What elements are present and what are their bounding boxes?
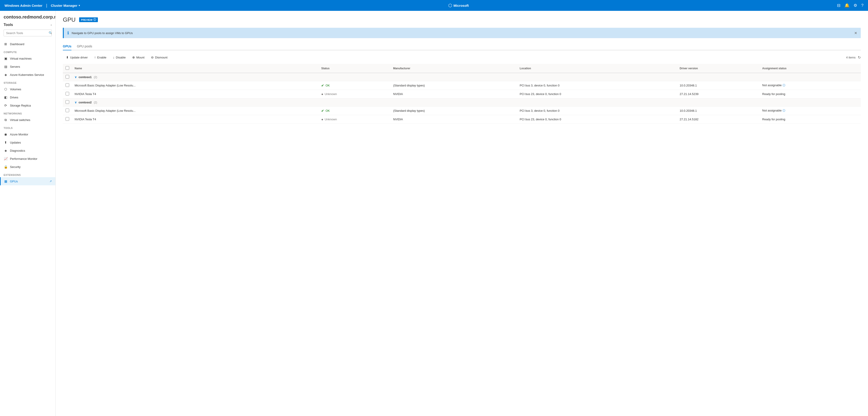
update-driver-label: Update driver xyxy=(70,56,88,59)
enable-icon: ↑ xyxy=(94,56,96,59)
main-layout: contoso.redmond.corp.microsoft.com Tools… xyxy=(0,11,868,416)
row-assignment-status-cell: Ready for pooling xyxy=(760,90,861,98)
location-text: PCI bus 23, device 0, function 0 xyxy=(520,117,561,121)
virtual-switches-icon: ⧉ xyxy=(4,118,8,122)
select-all-checkbox[interactable] xyxy=(66,66,69,70)
assignment-status-text: Not assignable xyxy=(762,109,782,112)
table-header-row: Name Status Manufacturer Location Driver… xyxy=(63,64,861,73)
collapse-sidebar-btn[interactable]: ‹ xyxy=(51,23,52,27)
search-button[interactable]: 🔍 xyxy=(46,30,52,36)
cluster-manager-label: Cluster Manager xyxy=(51,4,78,7)
dismount-button[interactable]: ⊖ Dismount xyxy=(148,54,171,61)
assignment-info-icon[interactable]: ⓘ xyxy=(782,109,785,112)
row-checkbox[interactable] xyxy=(66,83,69,87)
manufacturer-text: (Standard display types) xyxy=(393,84,425,87)
virtual-machines-icon: ▣ xyxy=(4,57,8,61)
name-column-header: Name xyxy=(72,64,318,73)
group-toggle[interactable]: ∨ xyxy=(74,75,77,79)
row-status-cell: ●Unknown xyxy=(318,90,391,98)
search-input[interactable] xyxy=(4,30,46,36)
status-unknown: ●Unknown xyxy=(321,92,388,96)
tab-gpus[interactable]: GPUs xyxy=(63,43,71,50)
driver-version-text: 10.0.20348.1 xyxy=(680,84,697,87)
group-checkbox[interactable] xyxy=(66,75,69,78)
sidebar-item-updates[interactable]: ⬆ Updates xyxy=(0,138,55,146)
table-row[interactable]: Microsoft Basic Display Adapter (Low Res… xyxy=(63,107,861,115)
table-row[interactable]: NVIDIA Tesla T4 ●Unknown NVIDIA PCI bus … xyxy=(63,115,861,124)
row-assignment-status-cell: Ready for pooling xyxy=(760,115,861,124)
group-name-label: contoso1 xyxy=(79,75,92,79)
location-column-header: Location xyxy=(517,64,677,73)
tools-header: Tools ‹ xyxy=(4,23,52,27)
tab-gpu-pools[interactable]: GPU pools xyxy=(77,43,92,50)
sidebar-item-diagnostics[interactable]: ◈ Diagnostics xyxy=(0,146,55,154)
sidebar-item-virtual-machines[interactable]: ▣ Virtual machines xyxy=(0,55,55,63)
row-checkbox[interactable] xyxy=(66,109,69,112)
group-check-cell xyxy=(63,98,72,107)
row-name: Microsoft Basic Display Adapter (Low Res… xyxy=(74,109,135,112)
extensions-section-label: Extensions xyxy=(0,171,55,177)
row-manufacturer-cell: NVIDIA xyxy=(391,115,517,124)
row-manufacturer-cell: (Standard display types) xyxy=(391,81,517,90)
sidebar-item-drives[interactable]: ◧ Drives xyxy=(0,93,55,101)
mount-label: Mount xyxy=(136,56,145,59)
help-icon[interactable]: ? xyxy=(861,3,864,8)
row-location-cell: PCI bus 23, device 0, function 0 xyxy=(517,115,677,124)
group-checkbox[interactable] xyxy=(66,100,69,104)
sidebar-item-dashboard[interactable]: ⊞ Dashboard xyxy=(0,40,55,48)
minimize-icon[interactable]: ⊟ xyxy=(837,3,840,8)
disable-icon: ↓ xyxy=(113,56,115,59)
items-count-label: 4 items xyxy=(846,56,856,59)
assignment-info-icon[interactable]: ⓘ xyxy=(782,84,785,87)
table-group-row: ∨ contoso2 (2) xyxy=(63,98,861,107)
mount-button[interactable]: ⊕ Mount xyxy=(129,54,148,61)
disable-label: Disable xyxy=(116,56,126,59)
cluster-manager-btn[interactable]: Cluster Manager ▾ xyxy=(51,4,80,7)
security-icon: 🔒 xyxy=(4,165,8,169)
settings-icon[interactable]: ⚙ xyxy=(854,3,857,8)
disable-button[interactable]: ↓ Disable xyxy=(110,54,129,61)
sidebar-item-servers[interactable]: ▤ Servers xyxy=(0,63,55,71)
row-checkbox[interactable] xyxy=(66,92,69,96)
sidebar-item-performance-monitor[interactable]: 📈 Performance Monitor xyxy=(0,154,55,163)
sidebar-item-gpus[interactable]: ▦ GPUs ↗ xyxy=(0,177,55,185)
row-assignment-status-cell: Not assignableⓘ xyxy=(760,81,861,90)
top-bar-separator: | xyxy=(46,3,47,8)
status-text: Unknown xyxy=(324,92,337,96)
sidebar-item-azure-kubernetes[interactable]: ◈ Azure Kubernetes Service xyxy=(0,71,55,79)
row-check-cell xyxy=(63,115,72,124)
row-name: Microsoft Basic Display Adapter (Low Res… xyxy=(74,84,135,87)
sidebar-item-label: Azure Kubernetes Service xyxy=(10,73,52,76)
search-box: 🔍 xyxy=(4,30,52,36)
row-manufacturer-cell: (Standard display types) xyxy=(391,107,517,115)
updates-icon: ⬆ xyxy=(4,140,8,144)
row-driver-version-cell: 27.21.14.5182 xyxy=(677,115,760,124)
sidebar-item-azure-monitor[interactable]: ◉ Azure Monitor xyxy=(0,130,55,138)
group-count: (2) xyxy=(94,101,97,104)
chevron-down-icon: ▾ xyxy=(79,4,80,7)
sidebar-item-virtual-switches[interactable]: ⧉ Virtual switches xyxy=(0,116,55,124)
enable-label: Enable xyxy=(97,56,106,59)
row-status-cell: ✔OK xyxy=(318,81,391,90)
status-text: OK xyxy=(326,109,330,112)
group-count: (2) xyxy=(94,76,97,79)
sidebar-item-storage-replica[interactable]: ⟳ Storage Replica xyxy=(0,101,55,109)
group-name-cell: ∨ contoso2 (2) xyxy=(72,98,861,107)
assignment-status-text: Ready for pooling xyxy=(762,117,785,121)
sidebar-item-label: Performance Monitor xyxy=(10,157,52,161)
table-row[interactable]: Microsoft Basic Display Adapter (Low Res… xyxy=(63,81,861,90)
sidebar-item-volumes[interactable]: ⬡ Volumes xyxy=(0,85,55,93)
refresh-icon[interactable]: ↻ xyxy=(858,55,861,60)
row-checkbox[interactable] xyxy=(66,117,69,121)
enable-button[interactable]: ↑ Enable xyxy=(91,54,110,61)
sidebar-item-gpus-label: GPUs xyxy=(10,180,47,183)
table-row[interactable]: NVIDIA Tesla T4 ●Unknown NVIDIA PCI bus … xyxy=(63,90,861,98)
info-bar-close-btn[interactable]: ✕ xyxy=(854,31,857,35)
row-check-cell xyxy=(63,81,72,90)
notifications-icon[interactable]: 🔔 xyxy=(844,3,849,8)
page-title: GPU xyxy=(63,16,75,23)
status-ok: ✔OK xyxy=(321,109,388,113)
update-driver-button[interactable]: ⬇ Update driver xyxy=(63,54,91,61)
sidebar-item-security[interactable]: 🔒 Security xyxy=(0,163,55,171)
group-toggle[interactable]: ∨ xyxy=(74,101,77,104)
